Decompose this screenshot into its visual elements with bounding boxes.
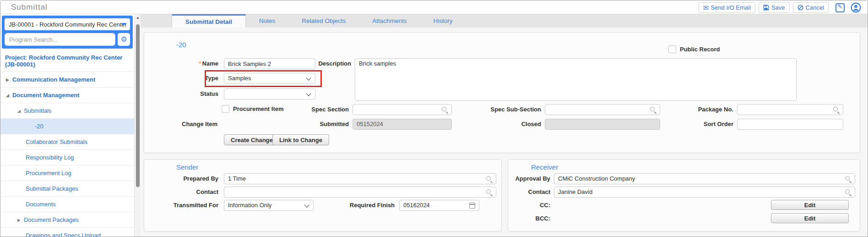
submittal-detail-panel: -20 Public Record *Name Description Bric…: [144, 32, 860, 153]
floppy-save-icon: [763, 5, 769, 11]
sidebar-item-submittal-packages[interactable]: Submittal Packages: [0, 181, 134, 197]
chevron-expanded-icon: ◢: [17, 109, 21, 113]
sidebar-item-collaborator-submittals[interactable]: Collaborator Submittals: [0, 134, 134, 150]
status-select[interactable]: [224, 88, 315, 99]
prepared-by-input[interactable]: 1 Time: [224, 173, 496, 184]
sender-panel: Sender Prepared By 1 Time Contact Transm…: [144, 159, 502, 231]
transmitted-for-label: Transmitted For: [150, 202, 218, 209]
tab-related-objects[interactable]: Related Objects: [288, 14, 359, 28]
search-icon[interactable]: [486, 176, 493, 182]
sort-order-label: Sort Order: [665, 121, 733, 127]
chevron-down-icon: [304, 202, 309, 207]
project-heading: Project: Rockford Community Rec Center (…: [0, 50, 134, 72]
search-icon[interactable]: [650, 106, 656, 113]
sender-contact-label: Contact: [150, 188, 218, 195]
package-no-label: Package No.: [665, 106, 733, 113]
receiver-title: Receiver: [531, 163, 558, 171]
tab-bar: Submittal Detail Notes Related Objects A…: [141, 14, 868, 28]
chevron-right-icon: ▶: [6, 77, 9, 82]
sidebar-item-record-20[interactable]: -20: [0, 119, 134, 134]
approval-by-label: Approval By: [514, 175, 550, 182]
scroll-up-icon[interactable]: ▲: [135, 16, 141, 20]
sidebar-item-documents[interactable]: Documents: [0, 197, 134, 212]
procurement-item-checkbox[interactable]: [222, 105, 229, 113]
receiver-panel: Receiver Approval By CMiC Construction C…: [508, 159, 860, 231]
tab-submittal-detail[interactable]: Submittal Detail: [172, 14, 246, 28]
sidebar-item-communication-management[interactable]: ▶ Communication Management: [0, 72, 134, 88]
name-input[interactable]: [224, 58, 315, 69]
send-io-email-button[interactable]: ✉ Send I/O Email: [699, 2, 755, 13]
receiver-contact-label: Contact: [514, 188, 550, 195]
submitted-label: Submitted: [273, 121, 349, 127]
record-id-title: -20: [176, 41, 186, 49]
sender-title: Sender: [176, 163, 198, 171]
cc-label: CC:: [514, 202, 550, 209]
search-icon[interactable]: [833, 106, 840, 113]
bcc-label: BCC:: [514, 215, 550, 222]
submitted-input: 05152024: [353, 119, 452, 130]
chevron-down-icon: [306, 75, 311, 80]
page-title: Submittal: [11, 3, 48, 12]
sidebar-item-procurement-log[interactable]: Procurement Log: [0, 165, 134, 181]
bcc-edit-button[interactable]: Edit: [771, 213, 849, 223]
sort-order-input[interactable]: [737, 119, 843, 130]
edit-icon[interactable]: ✎: [835, 3, 845, 12]
description-label: Description: [311, 60, 351, 67]
required-asterisk: *: [199, 60, 201, 67]
search-icon[interactable]: [441, 106, 448, 113]
header-actions: ✉ Send I/O Email Save Cancel ✎: [699, 2, 861, 13]
tab-history[interactable]: History: [420, 14, 466, 28]
tab-notes[interactable]: Notes: [246, 14, 288, 28]
approval-by-input[interactable]: CMiC Construction Company: [554, 173, 855, 184]
sidebar-item-document-management[interactable]: ◢ Document Management: [0, 88, 134, 103]
main-content: Submittal Detail Notes Related Objects A…: [141, 14, 868, 237]
project-selector-dropdown[interactable]: JB-00001 - Rockford Community Rec Center: [5, 18, 130, 30]
search-icon[interactable]: [845, 189, 852, 196]
cc-edit-button[interactable]: Edit: [771, 200, 849, 210]
sender-contact-input[interactable]: [224, 187, 496, 198]
public-record-label: Public Record: [680, 46, 720, 53]
closed-input: [545, 119, 660, 130]
create-change-button[interactable]: Create Change: [224, 134, 280, 145]
public-record-checkbox[interactable]: [668, 45, 676, 53]
cancel-slash-icon: [797, 5, 803, 11]
sidebar-item-drawings-and-specs-upload[interactable]: Drawings and Specs Upload: [0, 228, 134, 237]
chevron-down-icon: [121, 23, 126, 26]
program-search-input[interactable]: [5, 33, 115, 46]
tab-attachments[interactable]: Attachments: [359, 14, 420, 28]
type-select[interactable]: Samples: [224, 73, 315, 84]
envelope-icon: ✉: [703, 5, 709, 11]
spec-section-label: Spec Section: [273, 106, 349, 113]
search-icon[interactable]: [845, 176, 852, 182]
required-finish-input[interactable]: 05162024: [399, 200, 479, 211]
link-to-change-button[interactable]: Link to Change: [272, 134, 329, 145]
sidebar-item-document-packages[interactable]: ▶ Document Packages: [0, 212, 134, 228]
scrollbar-thumb[interactable]: [136, 24, 140, 187]
type-label: Type: [150, 75, 218, 82]
spec-sub-section-label: Spec Sub-Section: [450, 106, 541, 113]
save-button[interactable]: Save: [759, 2, 790, 13]
public-record-field: Public Record: [668, 45, 720, 53]
spec-sub-section-input[interactable]: [545, 104, 660, 115]
cancel-button[interactable]: Cancel: [793, 2, 829, 13]
spec-section-input[interactable]: [353, 104, 452, 115]
sidebar-item-submittals[interactable]: ◢ Submittals: [0, 103, 134, 119]
gear-icon[interactable]: ⚙: [118, 33, 130, 46]
project-selector-box: JB-00001 - Rockford Community Rec Center…: [2, 16, 133, 49]
prepared-by-label: Prepared By: [150, 175, 218, 182]
chevron-down-icon: [306, 91, 311, 96]
header: Submittal ✉ Send I/O Email Save Cancel ✎: [0, 0, 868, 14]
calendar-icon[interactable]: [469, 203, 475, 209]
transmitted-for-select[interactable]: Information Only: [224, 200, 314, 211]
chevron-right-icon: ▶: [17, 218, 21, 222]
app-window: Submittal ✉ Send I/O Email Save Cancel ✎: [0, 0, 868, 237]
name-label: *Name: [150, 60, 218, 67]
user-icon[interactable]: [851, 2, 861, 13]
sidebar-scrollbar[interactable]: ▲: [134, 14, 141, 237]
search-icon[interactable]: [486, 189, 493, 196]
closed-label: Closed: [450, 121, 541, 127]
change-item-label: Change Item: [182, 121, 232, 127]
package-no-input[interactable]: [737, 104, 843, 115]
receiver-contact-input[interactable]: Janine David: [554, 187, 855, 198]
sidebar-item-responsibility-log[interactable]: Responsibility Log: [0, 150, 134, 165]
